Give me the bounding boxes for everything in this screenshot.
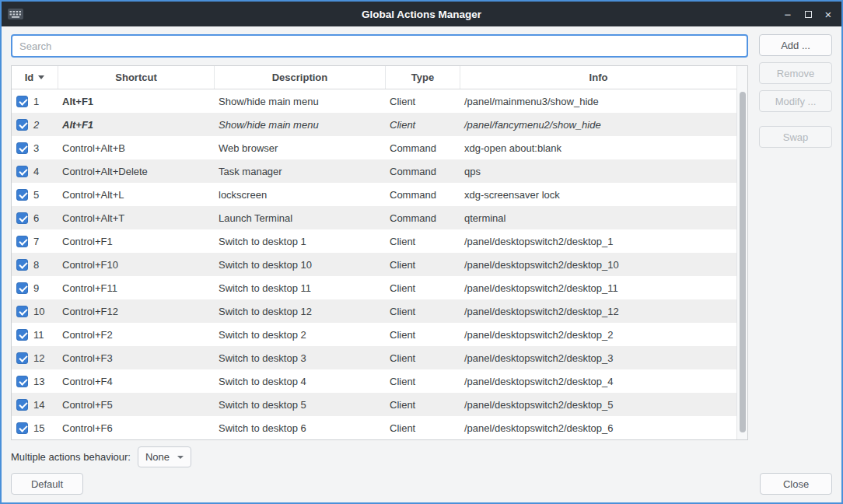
multiple-actions-row: Multiple actions behaviour: None: [11, 446, 748, 467]
table-main: Id Shortcut Description Type: [12, 66, 736, 439]
column-header-shortcut[interactable]: Shortcut: [58, 66, 215, 89]
cell-id: 8: [33, 259, 39, 271]
cell-type: Client: [386, 422, 460, 434]
table-row[interactable]: 11 Control+F2 Switch to desktop 2 Client…: [12, 323, 736, 346]
vertical-scrollbar[interactable]: [736, 66, 747, 439]
table-row[interactable]: 7 Control+F1 Switch to desktop 1 Client …: [12, 229, 736, 253]
cell-shortcut: Control+F1: [58, 236, 215, 247]
cell-description: Show/hide main menu: [215, 96, 386, 107]
cell-id: 14: [33, 399, 44, 411]
close-icon: ×: [825, 9, 832, 20]
table-row[interactable]: 8 Control+F10 Switch to desktop 10 Clien…: [12, 253, 736, 276]
table-row[interactable]: 6 Control+Alt+T Launch Terminal Command …: [12, 206, 736, 229]
table-row[interactable]: 9 Control+F11 Switch to desktop 11 Clien…: [12, 276, 736, 299]
table-row[interactable]: 5 Control+Alt+L lockscreen Command xdg-s…: [12, 183, 736, 206]
cell-info: /panel/desktopswitch2/desktop_12: [460, 306, 736, 317]
cell-id: 15: [33, 422, 44, 434]
column-header-description[interactable]: Description: [215, 66, 386, 89]
column-header-type[interactable]: Type: [386, 66, 460, 89]
cell-info: /panel/desktopswitch2/desktop_2: [460, 329, 736, 341]
cell-type: Client: [386, 306, 460, 317]
swap-button[interactable]: Swap: [759, 126, 832, 148]
table-row[interactable]: 14 Control+F5 Switch to desktop 5 Client…: [12, 393, 736, 416]
multiple-actions-value: None: [145, 451, 170, 463]
close-button[interactable]: ×: [820, 5, 837, 23]
cell-id: 1: [33, 96, 39, 107]
add-button[interactable]: Add ...: [759, 34, 832, 56]
scrollbar-thumb[interactable]: [740, 92, 746, 432]
row-checkbox[interactable]: [16, 282, 28, 294]
cell-id: 2: [33, 119, 39, 131]
column-header-info[interactable]: Info: [460, 66, 736, 89]
shortcuts-table: Id Shortcut Description Type: [11, 65, 748, 440]
modify-button[interactable]: Modify ...: [759, 90, 832, 112]
cell-type: Command: [386, 142, 460, 154]
row-checkbox[interactable]: [16, 119, 28, 131]
row-checkbox[interactable]: [16, 212, 28, 224]
table-row[interactable]: 15 Control+F6 Switch to desktop 6 Client…: [12, 416, 736, 439]
row-checkbox[interactable]: [16, 329, 28, 341]
cell-type: Client: [386, 259, 460, 271]
table-row[interactable]: 10 Control+F12 Switch to desktop 12 Clie…: [12, 299, 736, 323]
row-checkbox[interactable]: [16, 306, 28, 317]
sort-down-icon: [38, 75, 44, 79]
default-button[interactable]: Default: [11, 473, 83, 495]
cell-description: Switch to desktop 12: [215, 306, 386, 317]
maximize-icon: [805, 11, 812, 18]
cell-type: Command: [386, 166, 460, 177]
main-column: Id Shortcut Description Type: [11, 34, 748, 467]
cell-type: Client: [386, 96, 460, 107]
row-checkbox[interactable]: [16, 422, 28, 434]
row-checkbox[interactable]: [16, 236, 28, 247]
cell-shortcut: Control+F2: [58, 329, 215, 341]
cell-type: Command: [386, 189, 460, 201]
cell-info: xdg-screensaver lock: [460, 189, 736, 201]
cell-description: Switch to desktop 6: [215, 422, 386, 434]
row-checkbox[interactable]: [16, 189, 28, 201]
cell-shortcut: Control+F12: [58, 306, 215, 317]
cell-info: xdg-open about:blank: [460, 142, 736, 154]
table-row[interactable]: 12 Control+F3 Switch to desktop 3 Client…: [12, 346, 736, 369]
cell-description: lockscreen: [215, 189, 386, 201]
cell-type: Command: [386, 212, 460, 224]
table-row[interactable]: 3 Control+Alt+B Web browser Command xdg-…: [12, 136, 736, 159]
minimize-button[interactable]: −: [779, 5, 796, 23]
titlebar: Global Actions Manager − ×: [2, 2, 841, 26]
cell-type: Client: [386, 119, 460, 131]
cell-id: 13: [33, 376, 44, 387]
table-row[interactable]: 1 Alt+F1 Show/hide main menu Client /pan…: [12, 89, 736, 113]
cell-id: 7: [33, 236, 39, 247]
row-checkbox[interactable]: [16, 399, 28, 411]
table-row[interactable]: 4 Control+Alt+Delete Task manager Comman…: [12, 159, 736, 183]
multiple-actions-label: Multiple actions behaviour:: [11, 451, 131, 463]
table-body: 1 Alt+F1 Show/hide main menu Client /pan…: [12, 89, 736, 439]
column-header-id[interactable]: Id: [12, 66, 58, 89]
table-row[interactable]: 13 Control+F4 Switch to desktop 4 Client…: [12, 369, 736, 393]
remove-button[interactable]: Remove: [759, 62, 832, 84]
row-checkbox[interactable]: [16, 259, 28, 271]
cell-description: Show/hide main menu: [215, 119, 386, 131]
maximize-button[interactable]: [799, 5, 817, 23]
multiple-actions-select[interactable]: None: [138, 446, 191, 467]
cell-id: 3: [33, 142, 39, 154]
table-row[interactable]: 2 Alt+F1 Show/hide main menu Client /pan…: [12, 113, 736, 136]
row-checkbox[interactable]: [16, 96, 28, 107]
close-dialog-button[interactable]: Close: [760, 473, 832, 495]
cell-info: /panel/fancymenu2/show_hide: [460, 119, 736, 131]
cell-description: Switch to desktop 4: [215, 376, 386, 387]
cell-shortcut: Alt+F1: [58, 96, 215, 107]
action-buttons: Add ... Remove Modify ... Swap: [759, 34, 832, 467]
cell-id: 11: [33, 329, 44, 341]
row-checkbox[interactable]: [16, 166, 28, 177]
cell-info: /panel/desktopswitch2/desktop_10: [460, 259, 736, 271]
window-content: Id Shortcut Description Type: [2, 26, 841, 502]
search-input[interactable]: [11, 34, 748, 58]
minimize-icon: −: [785, 9, 792, 20]
row-checkbox[interactable]: [16, 142, 28, 154]
cell-info: /panel/mainmenu3/show_hide: [460, 96, 736, 107]
top-area: Id Shortcut Description Type: [11, 34, 832, 467]
cell-type: Client: [386, 282, 460, 294]
row-checkbox[interactable]: [16, 352, 28, 364]
cell-id: 6: [33, 212, 39, 224]
row-checkbox[interactable]: [16, 376, 28, 387]
